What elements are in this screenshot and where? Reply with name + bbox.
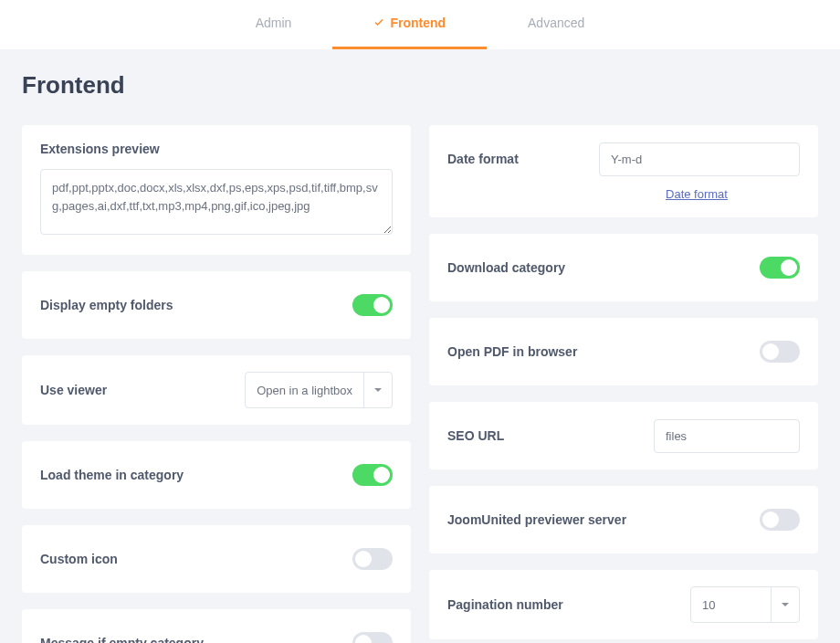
card-message-if-empty: Message if empty category bbox=[22, 609, 411, 643]
card-load-theme: Load theme in category bbox=[22, 441, 411, 509]
tab-frontend[interactable]: Frontend bbox=[332, 0, 487, 49]
date-format-label: Date format bbox=[447, 152, 519, 166]
card-joomunited: JoomUnited previewer server bbox=[429, 486, 818, 553]
extensions-preview-input[interactable]: pdf,ppt,pptx,doc,docx,xls,xlsx,dxf,ps,ep… bbox=[40, 169, 393, 235]
load-theme-label: Load theme in category bbox=[40, 468, 184, 482]
download-category-label: Download category bbox=[447, 260, 565, 275]
download-category-toggle[interactable] bbox=[760, 257, 800, 279]
left-column: Extensions preview pdf,ppt,pptx,doc,docx… bbox=[22, 125, 411, 643]
columns: Extensions preview pdf,ppt,pptx,doc,docx… bbox=[22, 125, 818, 643]
page-content: Frontend Extensions preview pdf,ppt,pptx… bbox=[0, 49, 840, 643]
pagination-label: Pagination number bbox=[447, 597, 563, 612]
card-use-viewer: Use viewer Open in a lightbox bbox=[22, 355, 411, 425]
check-icon bbox=[373, 17, 384, 28]
custom-icon-toggle[interactable] bbox=[352, 548, 393, 570]
pagination-value: 10 bbox=[691, 587, 772, 622]
tab-advanced[interactable]: Advanced bbox=[487, 0, 625, 49]
message-if-empty-label: Message if empty category bbox=[40, 636, 204, 643]
pagination-select[interactable]: 10 bbox=[690, 586, 800, 623]
use-viewer-value: Open in a lightbox bbox=[246, 373, 364, 407]
chevron-down-icon bbox=[772, 587, 799, 622]
open-pdf-toggle[interactable] bbox=[760, 341, 800, 363]
display-empty-folders-toggle[interactable] bbox=[352, 294, 393, 316]
date-format-input[interactable] bbox=[599, 142, 800, 176]
tab-frontend-label: Frontend bbox=[390, 16, 446, 30]
message-if-empty-toggle[interactable] bbox=[352, 632, 393, 643]
tab-admin[interactable]: Admin bbox=[215, 0, 333, 49]
use-viewer-label: Use viewer bbox=[40, 383, 107, 397]
joomunited-toggle[interactable] bbox=[760, 509, 800, 531]
card-extensions-preview: Extensions preview pdf,ppt,pptx,doc,docx… bbox=[22, 125, 411, 255]
load-theme-toggle[interactable] bbox=[352, 464, 393, 486]
card-date-format: Date format Date format bbox=[429, 125, 818, 217]
tab-advanced-label: Advanced bbox=[528, 16, 584, 30]
display-empty-folders-label: Display empty folders bbox=[40, 298, 173, 312]
page-title: Frontend bbox=[22, 71, 818, 100]
extensions-preview-label: Extensions preview bbox=[40, 142, 393, 156]
card-seo-url: SEO URL bbox=[429, 402, 818, 469]
seo-url-input[interactable] bbox=[654, 419, 800, 453]
chevron-down-icon bbox=[364, 373, 392, 407]
joomunited-label: JoomUnited previewer server bbox=[447, 512, 626, 527]
card-download-category: Download category bbox=[429, 234, 818, 301]
card-pagination: Pagination number 10 bbox=[429, 570, 818, 639]
open-pdf-label: Open PDF in browser bbox=[447, 344, 577, 359]
tab-admin-label: Admin bbox=[256, 16, 292, 30]
card-custom-icon: Custom icon bbox=[22, 525, 411, 593]
seo-url-label: SEO URL bbox=[447, 428, 504, 443]
date-format-link[interactable]: Date format bbox=[593, 187, 800, 201]
use-viewer-select[interactable]: Open in a lightbox bbox=[245, 372, 393, 408]
card-open-pdf: Open PDF in browser bbox=[429, 318, 818, 385]
card-display-empty-folders: Display empty folders bbox=[22, 271, 411, 339]
custom-icon-label: Custom icon bbox=[40, 552, 118, 566]
right-column: Date format Date format Download categor… bbox=[429, 125, 818, 643]
tabs-bar: Admin Frontend Advanced bbox=[0, 0, 840, 49]
